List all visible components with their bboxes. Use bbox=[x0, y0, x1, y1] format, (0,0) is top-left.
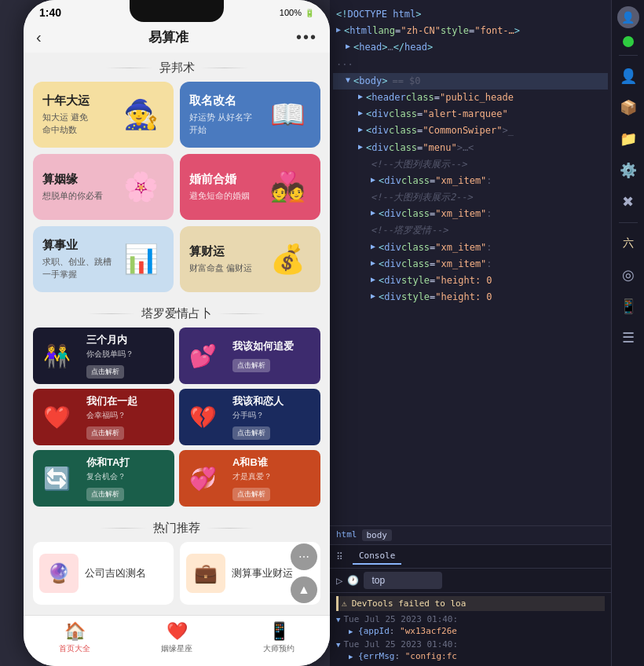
service-desc-career: 求职、创业、跳槽一手掌握 bbox=[42, 256, 117, 280]
tarot-btn-4[interactable]: 点击解析 bbox=[232, 426, 270, 440]
code-line-div-h2[interactable]: ▶ <div style="height: 0 bbox=[333, 289, 608, 306]
code-line-div-h1[interactable]: ▶ <div style="height: 0 bbox=[333, 273, 608, 289]
log-group-2: ▼ Tue Jul 25 2023 01:40: ▶ {errMsg: "con… bbox=[336, 638, 605, 661]
expand-header[interactable]: ▶ bbox=[358, 90, 363, 103]
back-button[interactable]: ‹ bbox=[36, 28, 42, 46]
tarot-card-single1[interactable]: 👫 三个月内 你会脱单吗？ 点击解析 bbox=[33, 328, 174, 384]
service-card-naming[interactable]: 取名改名 好运势 从好名字开始 📖 bbox=[180, 82, 320, 148]
tarot-card-breakup[interactable]: 💔 我该和恋人 分手吗？ 点击解析 bbox=[179, 389, 320, 445]
battery-indicator: 100% bbox=[280, 8, 302, 17]
expand-body[interactable]: ▼ bbox=[346, 74, 350, 86]
service-card-fate[interactable]: 十年大运 知大运 避免命中劫数 🧙 bbox=[33, 82, 174, 148]
tarot-btn-6[interactable]: 点击解析 bbox=[232, 488, 270, 501]
tarot-card-together[interactable]: ❤️ 我们在一起 会幸福吗？ 点击解析 bbox=[33, 389, 174, 445]
log-header-2[interactable]: ▼ Tue Jul 25 2023 01:40: bbox=[336, 638, 605, 651]
top-input[interactable] bbox=[364, 572, 442, 589]
code-line-html[interactable]: ▶ <html lang="zh-CN" style="font-… > bbox=[333, 23, 608, 39]
run-button[interactable]: ▷ bbox=[336, 574, 342, 587]
service-text-naming: 取名改名 好运势 从好名字开始 bbox=[189, 93, 264, 136]
tarot-btn-2[interactable]: 点击解析 bbox=[232, 359, 270, 372]
expand-xm1[interactable]: ▶ bbox=[371, 174, 375, 186]
nav-item-appointment[interactable]: 📱 大师预约 bbox=[263, 621, 295, 654]
tarot-card-love[interactable]: 💞 A和B谁 才是真爱？ 点击解析 bbox=[179, 450, 320, 507]
scroll-top-button[interactable]: ▲ bbox=[291, 576, 317, 603]
expand-divh1[interactable]: ▶ bbox=[371, 273, 375, 286]
bottom-nav: 🏠 首页大全 ❤️ 姻缘星座 📱 大师预约 bbox=[24, 615, 330, 666]
console-input-row: ▷ 🕐 bbox=[330, 569, 611, 593]
service-icon-naming: 📖 bbox=[264, 91, 311, 138]
service-name-career: 算事业 bbox=[42, 238, 117, 253]
sidebar-icon-folder[interactable]: 📁 bbox=[614, 125, 642, 153]
tarot-btn-5[interactable]: 点击解析 bbox=[86, 488, 124, 501]
divider-line-left-2 bbox=[88, 313, 135, 314]
more-button[interactable]: ••• bbox=[296, 28, 317, 46]
log-timestamp-2: Tue Jul 25 2023 01:40: bbox=[343, 639, 458, 650]
tarot-sub-5: 复合机会？ bbox=[86, 471, 168, 482]
tarot-card-reunion[interactable]: 🔄 你和TA打 复合机会？ 点击解析 bbox=[33, 450, 174, 507]
expand-swiper[interactable]: ▶ bbox=[358, 123, 363, 136]
expand-xm4[interactable]: ▶ bbox=[371, 257, 375, 269]
tarot-card-single2[interactable]: 💕 我该如何追爱 点击解析 bbox=[179, 328, 320, 384]
section-title-2: 塔罗爱情占卜 bbox=[141, 306, 212, 321]
sidebar-icon-circle[interactable]: ◎ bbox=[614, 261, 642, 289]
expand-html[interactable]: ▶ bbox=[336, 24, 341, 36]
right-sidebar: 👤 👤 📦 📁 ⚙️ ✖ 六 ◎ 📱 ☰ bbox=[611, 0, 644, 666]
sidebar-icon-person[interactable]: 👤 bbox=[614, 62, 642, 90]
user-avatar: 👤 bbox=[617, 6, 639, 28]
sidebar-icon-phone[interactable]: 📱 bbox=[614, 292, 642, 320]
expand-head[interactable]: ▶ bbox=[346, 40, 350, 53]
expand-menu[interactable]: ▶ bbox=[358, 141, 363, 153]
sidebar-icon-menu[interactable]: ☰ bbox=[614, 324, 642, 352]
log-arrow-2[interactable]: ▼ bbox=[336, 641, 340, 649]
service-name-marriage: 算姻缘 bbox=[42, 172, 117, 187]
tarot-main-4: 我该和恋人 bbox=[232, 394, 314, 408]
share-button[interactable]: ⋯ bbox=[291, 543, 317, 570]
service-text-marriage: 算姻缘 想脱单的你必看 bbox=[42, 172, 117, 202]
breadcrumb-body[interactable]: body bbox=[362, 529, 393, 541]
expand-xm3[interactable]: ▶ bbox=[371, 240, 375, 253]
code-line-header[interactable]: ▶ <header class="public_heade bbox=[333, 90, 608, 106]
log-header-1[interactable]: ▼ Tue Jul 25 2023 01:40: bbox=[336, 613, 605, 626]
sidebar-icon-box[interactable]: 📦 bbox=[614, 93, 642, 122]
expand-divh2[interactable]: ▶ bbox=[371, 290, 375, 302]
service-name-premarital: 婚前合婚 bbox=[189, 172, 264, 187]
service-card-wealth[interactable]: 算财运 财富命盘 偏财运 💰 bbox=[180, 226, 320, 292]
expand-xm2[interactable]: ▶ bbox=[371, 207, 375, 219]
hot-card-company[interactable]: 🔮 公司吉凶测名 bbox=[33, 542, 174, 605]
expand-alert[interactable]: ▶ bbox=[358, 107, 363, 119]
breadcrumb-bar: html body bbox=[330, 525, 611, 544]
code-line-body[interactable]: ▼ <body> == $0 bbox=[333, 73, 608, 90]
code-line-alert[interactable]: ▶ <div class="alert-marquee" bbox=[333, 106, 608, 123]
service-card-marriage[interactable]: 算姻缘 想脱单的你必看 🌸 bbox=[33, 154, 174, 220]
code-line-xm4[interactable]: ▶ <div class="xm_item": bbox=[333, 256, 608, 273]
nav-item-home[interactable]: 🏠 首页大全 bbox=[59, 621, 90, 654]
sidebar-icon-cross[interactable]: ✖ bbox=[614, 188, 642, 216]
log-content-1: ▶ {appId: "wx13acf26e bbox=[336, 626, 605, 636]
code-line-xm2[interactable]: ▶ <div class="xm_item": bbox=[333, 206, 608, 222]
divider-line-right-3 bbox=[207, 528, 254, 529]
log-arrow-1[interactable]: ▼ bbox=[336, 616, 340, 624]
console-tab-console[interactable]: Console bbox=[353, 548, 401, 565]
tarot-text-1: 三个月内 你会脱单吗？ 点击解析 bbox=[80, 328, 174, 383]
nav-item-love[interactable]: ❤️ 姻缘星座 bbox=[161, 621, 192, 654]
code-line-head[interactable]: ▶ <head> … </head> bbox=[333, 39, 608, 56]
code-line-menu[interactable]: ▶ <div class="menu">…< bbox=[333, 140, 608, 156]
breadcrumb-html[interactable]: html bbox=[336, 529, 357, 541]
code-line-xm3[interactable]: ▶ <div class="xm_item": bbox=[333, 240, 608, 256]
tarot-btn-1[interactable]: 点击解析 bbox=[86, 365, 124, 379]
code-line-xm1[interactable]: ▶ <div class="xm_item": bbox=[333, 173, 608, 189]
service-name-naming: 取名改名 bbox=[189, 93, 264, 108]
top-nav: ‹ 易算准 ••• bbox=[24, 22, 330, 53]
service-card-career[interactable]: 算事业 求职、创业、跳槽一手掌握 📊 bbox=[33, 226, 174, 292]
sidebar-icon-settings[interactable]: ⚙️ bbox=[614, 156, 642, 185]
love-icon: ❤️ bbox=[166, 621, 188, 642]
tarot-btn-3[interactable]: 点击解析 bbox=[86, 426, 124, 440]
sidebar-icon-six[interactable]: 六 bbox=[614, 229, 642, 258]
service-desc-naming: 好运势 从好名字开始 bbox=[189, 112, 264, 136]
service-card-premarital[interactable]: 婚前合婚 避免短命的婚姻 💑 bbox=[180, 154, 320, 220]
tarot-main-1: 三个月内 bbox=[86, 333, 168, 347]
divider-line-right-2 bbox=[218, 313, 265, 314]
section-divider-2: 塔罗爱情占卜 bbox=[24, 298, 330, 328]
tarot-sub-1: 你会脱单吗？ bbox=[86, 349, 168, 360]
code-line-swiper[interactable]: ▶ <div class="CommonSwiper">_ bbox=[333, 123, 608, 139]
